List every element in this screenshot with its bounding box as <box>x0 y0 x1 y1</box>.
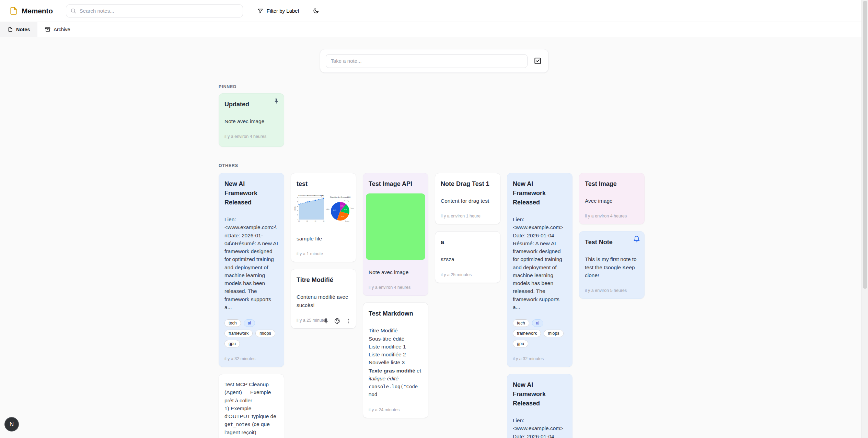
bell-icon[interactable] <box>633 236 640 242</box>
pinned-section-label: PINNED <box>219 84 649 89</box>
tag-chip[interactable]: framework <box>224 330 253 337</box>
area-chart-attachment[interactable]: Croissance Trimestrielle du CA (M€)01020… <box>294 193 325 226</box>
svg-text:11.1%: 11.1% <box>340 205 344 207</box>
green-image-attachment[interactable] <box>366 193 425 260</box>
tab-archive[interactable]: Archive <box>37 22 78 37</box>
note-card-test-image-api[interactable]: Test Image API Note avec image il y a en… <box>363 173 428 296</box>
user-avatar-button[interactable]: N <box>4 417 19 431</box>
tab-notes[interactable]: Notes <box>0 22 37 37</box>
moon-icon <box>313 8 319 14</box>
note-card-test-mcp-cleanup[interactable]: Test MCP Cleanup (Agent) — Exemple prêt … <box>219 374 284 438</box>
pin-icon <box>323 318 329 324</box>
note-content: Contenu modifié avec succès! <box>297 293 350 309</box>
note-timestamp: il y a 32 minutes <box>224 356 278 361</box>
svg-text:Q4: Q4 <box>323 221 325 222</box>
note-timestamp: il y a 25 minutes <box>441 272 495 277</box>
svg-text:Produits: Produits <box>326 209 329 210</box>
filter-by-label-button[interactable]: Filter by Label <box>253 5 303 16</box>
tag-chip[interactable]: gpu <box>224 340 240 347</box>
note-title: New AI Framework Released <box>513 179 567 207</box>
palette-icon <box>334 318 340 324</box>
filter-by-label-label: Filter by Label <box>267 8 299 14</box>
color-palette-button[interactable] <box>334 318 340 324</box>
note-content: Avec image <box>585 197 639 205</box>
tag-chip-ai[interactable]: ai <box>532 319 544 327</box>
view-tabs: Notes Archive <box>0 22 868 37</box>
vertical-scrollbar[interactable] <box>861 0 868 438</box>
note-card-titre-modifie[interactable]: Titre Modifié Contenu modifié avec succè… <box>291 269 356 329</box>
note-content: Note avec image <box>224 117 278 125</box>
note-card-test-image[interactable]: Test Image Avec image il y a environ 4 h… <box>579 173 645 224</box>
note-card-test-note[interactable]: Test Note This is my first note to test … <box>579 231 645 299</box>
app-title: Memento <box>22 7 53 15</box>
funnel-icon <box>257 8 263 14</box>
note-composer <box>320 49 548 73</box>
note-timestamp: il y a environ 4 heures <box>224 134 278 139</box>
note-card-note-drag-test[interactable]: Note Drag Test 1 Content for drag test i… <box>435 173 500 224</box>
tag-chip[interactable]: mlops <box>255 330 275 337</box>
svg-text:30: 30 <box>297 206 298 207</box>
note-content: Lien: <www.example.com>\nDate: 2026-01-0… <box>224 215 278 311</box>
others-notes-grid: New AI Framework Released Lien: <www.exa… <box>219 173 649 438</box>
memento-logo-icon <box>9 6 18 15</box>
note-card-a[interactable]: a szsza il y a 25 minutes <box>435 231 500 283</box>
note-timestamp: il y a 1 minute <box>297 251 350 256</box>
svg-text:50: 50 <box>297 197 298 198</box>
search-box[interactable] <box>66 4 243 17</box>
tab-archive-label: Archive <box>54 27 70 32</box>
more-options-button[interactable] <box>346 318 352 324</box>
note-content: Note avec image <box>369 268 423 276</box>
svg-text:Licences: Licences <box>351 208 354 209</box>
tab-notes-label: Notes <box>16 27 30 32</box>
note-card-new-ai-framework-3[interactable]: New AI Framework Released Lien: <www.exa… <box>507 374 572 438</box>
masonry-column-3: Test Image API Note avec image il y a en… <box>363 173 428 418</box>
note-card-new-ai-framework-2[interactable]: New AI Framework Released Lien: <www.exa… <box>507 173 572 367</box>
check-square-icon <box>534 57 542 65</box>
note-content: Lien: <www.example.com> Date: 2026-01-04… <box>513 215 567 311</box>
note-title: Note Drag Test 1 <box>441 179 495 189</box>
svg-text:Q3: Q3 <box>315 221 316 222</box>
tag-chip[interactable]: tech <box>224 319 241 327</box>
tag-chip[interactable]: gpu <box>513 340 528 347</box>
note-timestamp: il y a environ 4 heures <box>369 285 423 290</box>
svg-text:40: 40 <box>297 201 298 203</box>
svg-text:Consulting: Consulting <box>344 200 349 202</box>
note-card-updated[interactable]: Updated Note avec image il y a environ 4… <box>219 93 284 147</box>
note-card-test-markdown[interactable]: Test Markdown Titre Modifié Sous-titre é… <box>363 303 428 418</box>
svg-text:Q1: Q1 <box>298 221 300 222</box>
svg-text:10: 10 <box>297 214 298 216</box>
note-tags: tech ai framework mlops gpu <box>224 319 278 347</box>
svg-text:18.5%: 18.5% <box>344 209 347 210</box>
take-a-note-input[interactable] <box>326 54 528 68</box>
note-title: Test Note <box>585 238 639 247</box>
note-card-new-ai-framework-1[interactable]: New AI Framework Released Lien: <www.exa… <box>219 173 284 367</box>
masonry-column-4: Note Drag Test 1 Content for drag test i… <box>435 173 500 283</box>
note-title: test <box>297 179 350 189</box>
note-title: New AI Framework Released <box>513 380 567 408</box>
note-tags: tech ai framework mlops gpu <box>513 319 567 347</box>
new-checklist-button[interactable] <box>533 56 543 66</box>
note-content: sample file <box>297 235 350 242</box>
pushpin-icon[interactable] <box>273 98 280 105</box>
note-title: Test Image API <box>369 179 423 189</box>
theme-toggle-button[interactable] <box>309 4 322 17</box>
note-timestamp: il y a 24 minutes <box>369 407 423 412</box>
svg-text:20: 20 <box>297 210 298 212</box>
pin-note-button[interactable] <box>323 318 329 324</box>
tag-chip-ai[interactable]: ai <box>244 319 255 327</box>
pinned-notes-row: Updated Note avec image il y a environ 4… <box>219 93 649 147</box>
masonry-column-1: New AI Framework Released Lien: <www.exa… <box>219 173 284 438</box>
tag-chip[interactable]: tech <box>513 319 529 327</box>
archive-icon <box>45 27 50 32</box>
svg-text:25.9%: 25.9% <box>341 216 344 217</box>
file-icon <box>8 27 13 32</box>
tag-chip[interactable]: mlops <box>544 330 563 337</box>
tag-chip[interactable]: framework <box>513 330 541 337</box>
note-card-test[interactable]: test Croissance Trimestrielle du CA (M€)… <box>291 173 356 262</box>
note-content: Lien: <www.example.com> Date: 2026-01-04… <box>513 416 567 438</box>
svg-text:0: 0 <box>298 219 298 220</box>
pie-chart-attachment[interactable]: Répartition des Revenus 202444.4%Produit… <box>326 195 354 225</box>
search-input[interactable] <box>80 8 239 14</box>
note-content: Titre Modifié Sous-titre édité Liste mod… <box>369 327 423 398</box>
scrollbar-thumb[interactable] <box>863 1 867 289</box>
